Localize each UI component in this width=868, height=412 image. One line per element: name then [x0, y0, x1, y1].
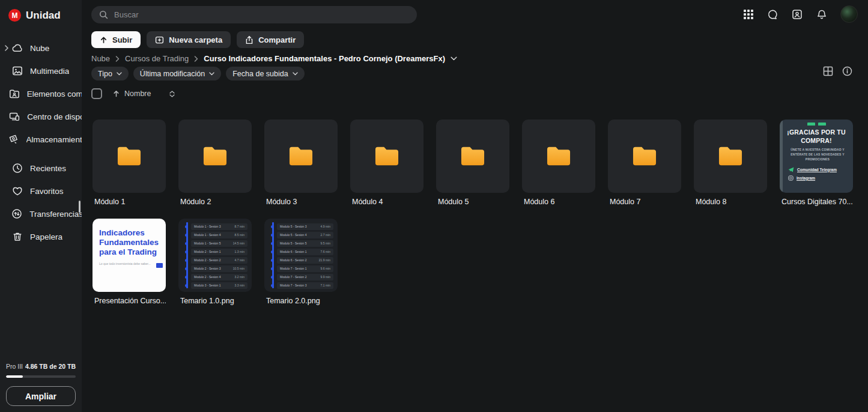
storage-usage: 4.86 TB de 20 TB	[25, 363, 76, 370]
select-all-checkbox[interactable]	[91, 88, 102, 99]
folder-name: Módulo 2	[178, 198, 252, 206]
filter-modificacion-label: Última modificación	[140, 70, 205, 78]
sidebar-item-label: Almacenamiento de cámara	[26, 135, 82, 144]
breadcrumb-current[interactable]: Curso Indicadores Fundamentales - Pedro …	[204, 54, 445, 63]
file-tile-presentacion[interactable]: Indicadores Fundamentales para el Tradin…	[93, 219, 166, 305]
telegram-icon	[788, 167, 794, 172]
trash-icon	[11, 231, 23, 243]
sidebar-item-nube[interactable]: Nube	[0, 37, 82, 59]
breadcrumb-item-nube[interactable]: Nube	[91, 54, 110, 63]
clipped-green-text	[780, 123, 853, 126]
chevron-right-icon	[115, 56, 120, 62]
sidebar-item-transferencias[interactable]: Transferencias	[0, 202, 82, 225]
search-icon	[99, 10, 108, 19]
image-thumbnail: Modulo 1 - Sesion 38.7 min Modulo 1 - Se…	[178, 219, 252, 292]
sort-toggle-icon[interactable]	[169, 91, 175, 97]
main-content: Subir Nueva carpeta Compartir Nube Curso…	[82, 0, 868, 412]
folder-name: Módulo 1	[93, 198, 166, 206]
temario-row-name: Modulo 7 - Sesion 1	[280, 267, 306, 270]
chevron-right-icon	[194, 56, 198, 62]
folder-icon	[201, 144, 229, 168]
mega-logo-icon: M	[8, 9, 21, 22]
avatar[interactable]	[840, 5, 858, 23]
toolbar: Subir Nueva carpeta Compartir	[91, 31, 304, 48]
folder-tile-modulo-8[interactable]: Módulo 8	[694, 120, 767, 206]
device-centre-icon	[8, 111, 20, 123]
file-tile-temario-2[interactable]: Modulo 5 - Sesion 34.9 min Modulo 5 - Se…	[264, 219, 338, 305]
contacts-icon[interactable]	[791, 8, 803, 20]
sidebar-scrollbar[interactable]	[79, 201, 80, 213]
folder-tile-modulo-6[interactable]: Módulo 6	[522, 120, 595, 206]
folder-tile-modulo-4[interactable]: Módulo 4	[350, 120, 423, 206]
temario-row-duration: 8.7 min	[235, 225, 244, 228]
brand-name: Unidad	[26, 10, 61, 22]
temario-row-name: Modulo 5 - Sesion 4	[280, 233, 306, 237]
thumbnail-heading: ¡GRACIAS POR TU COMPRA!	[780, 129, 853, 145]
sidebar-item-label: Transferencias	[29, 210, 82, 219]
folder-plus-icon	[155, 35, 164, 44]
filter-ultima-modificacion[interactable]: Última modificación	[133, 67, 221, 80]
folder-tile-modulo-3[interactable]: Módulo 3	[264, 120, 338, 206]
folder-icon	[459, 144, 487, 168]
image-thumbnail: Modulo 5 - Sesion 34.9 min Modulo 5 - Se…	[264, 219, 338, 292]
temario-row-name: Modulo 7 - Sesion 3	[280, 283, 306, 287]
sort-direction-arrow-icon[interactable]	[113, 90, 120, 97]
chevron-right-icon[interactable]	[3, 45, 10, 51]
sidebar: M Unidad Nube Multimedia Elementos com	[0, 0, 82, 412]
sidebar-item-almacenamiento-camara[interactable]: Almacenamiento de cámara	[0, 128, 82, 151]
share-button[interactable]: Compartir	[237, 31, 304, 48]
new-folder-button[interactable]: Nueva carpeta	[147, 31, 231, 48]
thumbnail-link-instagram: Instagram	[797, 176, 815, 180]
temario-row-duration: 4.7 min	[235, 258, 244, 262]
multimedia-icon	[11, 65, 23, 77]
thumbnail-body-text: ÚNETE A NUESTRA COMUNIDAD Y ENTÉRATE DE …	[780, 148, 853, 162]
sidebar-footer: Pro III 4.86 TB de 20 TB Ampliar	[0, 363, 82, 412]
search-input[interactable]	[114, 10, 409, 19]
filter-tipo-label: Tipo	[98, 70, 112, 78]
share-icon	[245, 35, 253, 44]
arrow-up-icon	[100, 36, 108, 44]
file-tile-temario-1[interactable]: Modulo 1 - Sesion 38.7 min Modulo 1 - Se…	[178, 219, 252, 305]
camera-uploads-icon	[8, 133, 20, 145]
breadcrumb-item-cursos[interactable]: Cursos de Trading	[125, 54, 189, 63]
chat-icon[interactable]	[766, 8, 778, 20]
temario-row-name: Modulo 7 - Sesion 2	[280, 275, 306, 279]
file-tile-cursos-digitales[interactable]: ¡GRACIAS POR TU COMPRA! ÚNETE A NUESTRA …	[780, 120, 853, 206]
folder-icon	[373, 144, 401, 168]
sidebar-item-centro-de-dispositivos[interactable]: Centro de dispositivos	[0, 105, 82, 128]
sort-field-label[interactable]: Nombre	[124, 89, 151, 98]
temario-row-duration: 2.7 min	[321, 233, 330, 237]
folder-tile-modulo-5[interactable]: Módulo 5	[436, 120, 509, 206]
folder-name: Módulo 7	[608, 198, 681, 206]
temario-row-name: Modulo 2 - Sesion 4	[194, 275, 220, 279]
upload-button[interactable]: Subir	[91, 31, 141, 48]
storage-progress-fill	[6, 375, 23, 378]
temario-row-duration: 7.1 min	[321, 283, 330, 287]
temario-row-duration: 10.5 min	[233, 267, 244, 270]
folder-tile-modulo-2[interactable]: Módulo 2	[178, 120, 252, 206]
folder-icon	[287, 144, 315, 168]
sidebar-item-label: Elementos compartidos	[27, 89, 82, 98]
plan-badge: Pro III	[6, 363, 23, 370]
sidebar-item-papelera[interactable]: Papelera	[0, 225, 82, 248]
grid-view-icon[interactable]	[823, 66, 833, 76]
search-bar[interactable]	[91, 6, 417, 23]
sidebar-item-favoritos[interactable]: Favoritos	[0, 180, 82, 202]
filter-bar: Tipo Última modificación Fecha de subida	[91, 67, 305, 80]
notifications-bell-icon[interactable]	[816, 8, 828, 20]
info-icon[interactable]	[842, 66, 852, 76]
apps-grid-icon[interactable]	[743, 9, 754, 20]
temario-row-name: Modulo 5 - Sesion 3	[280, 225, 306, 228]
thumbnail-title-line: Fundamentales	[99, 238, 166, 247]
filter-fecha-de-subida[interactable]: Fecha de subida	[226, 67, 304, 80]
chevron-down-icon[interactable]	[451, 56, 457, 61]
filter-tipo[interactable]: Tipo	[91, 67, 129, 80]
sidebar-item-multimedia[interactable]: Multimedia	[0, 59, 82, 82]
folder-tile-modulo-1[interactable]: Módulo 1	[93, 120, 166, 206]
sidebar-item-elementos-compartidos[interactable]: Elementos compartidos	[0, 82, 82, 105]
upgrade-button[interactable]: Ampliar	[6, 386, 76, 406]
folder-tile-modulo-7[interactable]: Módulo 7	[608, 120, 681, 206]
sidebar-item-recientes[interactable]: Recientes	[0, 157, 82, 180]
folder-name: Módulo 4	[350, 198, 423, 206]
brand-logo[interactable]: M Unidad	[0, 0, 82, 22]
